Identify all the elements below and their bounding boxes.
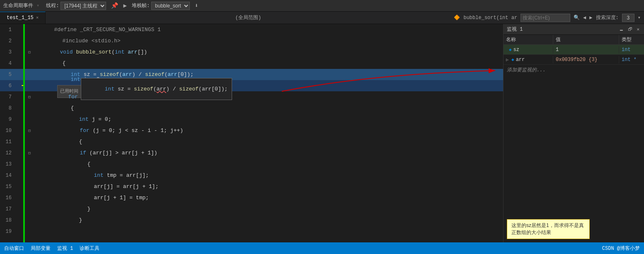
watch-icon-arr: ◆ xyxy=(511,57,514,62)
main-layout: 1 #define _CRT_SECURE_NO_WARNINGS 1 2 #i… xyxy=(0,24,644,242)
stack-item: 堆栈帧: bubble_sort xyxy=(132,2,190,10)
watch-panel: 监视 1 🗕 🗗 ✕ 名称 值 类型 ◆ sz 1 int xyxy=(503,24,644,242)
forward-icon[interactable]: ▶ xyxy=(589,15,592,21)
line-number: 14 xyxy=(0,173,17,178)
watch-val-sz: 1 xyxy=(553,46,619,54)
line-number: 3 xyxy=(0,49,17,55)
annotation-text: 这里的sz居然是1，而求得不是真正数组的大小结果 xyxy=(511,222,584,235)
thread-dropdown[interactable]: [17944] 主线程 xyxy=(61,2,106,10)
annotation-tooltip: 这里的sz居然是1，而求得不是真正数组的大小结果 xyxy=(507,219,590,239)
status-bar: 自动窗口 局部变量 监视 1 诊断工具 CSDN @博客小梦 xyxy=(0,242,644,254)
line-number: 6 xyxy=(0,83,17,89)
status-item-auto[interactable]: 自动窗口 xyxy=(4,245,24,252)
watch-row-sz[interactable]: ◆ sz 1 int xyxy=(504,45,644,55)
line-number: 7 xyxy=(0,94,17,100)
green-bar xyxy=(23,24,25,242)
line-number: 2 xyxy=(0,38,17,44)
tab-bar: test_1_15 × (全局范围) 🔶 bubble_sort(int ar … xyxy=(0,12,644,24)
watch-col-headers: 名称 值 类型 xyxy=(504,35,644,45)
status-brand: CSDN @博客小梦 xyxy=(602,245,640,252)
table-row: 19 xyxy=(0,226,503,237)
func-label: bubble_sort(int ar xyxy=(463,15,517,21)
line-number: 13 xyxy=(0,161,17,167)
back-icon[interactable]: ◀ xyxy=(583,15,586,21)
line-number: 5 xyxy=(0,72,17,78)
watch-minimize-btn[interactable]: 🗕 xyxy=(618,27,625,32)
line-number: 18 xyxy=(0,217,17,223)
depth-expand-icon[interactable]: ▾ xyxy=(638,15,641,21)
watch-cell-name-arr: ▷ ◆ arr xyxy=(504,56,553,64)
watch-type-sz: int xyxy=(619,46,644,54)
col-val-header: 值 xyxy=(553,35,619,44)
watch-title: 监视 1 xyxy=(507,26,523,33)
line-number: 11 xyxy=(0,139,17,145)
search-depth-label: 搜索深度: xyxy=(596,14,619,21)
watch-cell-name-sz: ◆ sz xyxy=(504,46,553,54)
status-item-diag[interactable]: 诊断工具 xyxy=(80,245,99,252)
stack-down-icon: ⬇ xyxy=(195,2,198,9)
table-row: 18 } xyxy=(0,215,503,226)
stack-dropdown[interactable]: bubble_sort xyxy=(151,2,190,10)
watch-table: 名称 值 类型 ◆ sz 1 int ▷ ◆ arr xyxy=(504,35,644,216)
func-icon: 🔶 xyxy=(454,15,460,21)
line-number: 9 xyxy=(0,117,17,122)
hover-tooltip: int sz = sizeof(arr) / sizeof(arr[0]); xyxy=(81,78,232,100)
line-number: 15 xyxy=(0,184,17,190)
line-number: 16 xyxy=(0,195,17,201)
search-depth-input[interactable] xyxy=(622,14,634,22)
status-item-locals[interactable]: 局部变量 xyxy=(31,245,51,252)
watch-type-arr: int * xyxy=(619,56,644,64)
col-type-header: 类型 xyxy=(619,35,644,44)
lifecycle-label: 生命周期事件 xyxy=(3,2,33,9)
expand-icon-arr[interactable]: ▷ xyxy=(506,57,508,62)
col-name-header: 名称 xyxy=(504,35,553,44)
line-number: 12 xyxy=(0,150,17,156)
watch-icon-sz: ◆ xyxy=(509,47,512,52)
thread-item: 线程: [17944] 主线程 xyxy=(46,2,106,10)
line-number: 4 xyxy=(0,61,17,66)
line-number: 8 xyxy=(0,105,17,111)
watch-name-arr: arr xyxy=(516,57,525,63)
watch-header-controls: 🗕 🗗 ✕ xyxy=(618,27,641,32)
tab-middle-scope: (全局范围) xyxy=(46,12,450,24)
pin-icon: 📌 xyxy=(111,2,118,9)
watch-maximize-btn[interactable]: 🗗 xyxy=(627,27,634,32)
line-number: 10 xyxy=(0,128,17,134)
file-tab[interactable]: test_1_15 × xyxy=(0,12,46,24)
status-right: CSDN @博客小梦 xyxy=(602,245,640,252)
line-number: 1 xyxy=(0,27,17,33)
watch-header: 监视 1 🗕 🗗 ✕ xyxy=(504,24,644,35)
line-number: 19 xyxy=(0,229,17,234)
line-number: 17 xyxy=(0,206,17,212)
file-tab-label: test_1_15 xyxy=(7,15,34,21)
tab-close-icon[interactable]: × xyxy=(36,15,39,20)
watch-add-placeholder[interactable]: 添加要监视的... xyxy=(504,65,644,75)
watch-name-sz: sz xyxy=(513,47,519,53)
step-icon: ▶ xyxy=(123,2,126,9)
lifecycle-item: 生命周期事件 ▾ xyxy=(3,2,41,9)
search-icon[interactable]: 🔍 xyxy=(574,15,580,21)
thread-label: 线程: xyxy=(46,2,59,9)
status-item-watch[interactable]: 监视 1 xyxy=(57,245,73,252)
code-area: 1 #define _CRT_SECURE_NO_WARNINGS 1 2 #i… xyxy=(0,24,503,242)
stack-label: 堆栈帧: xyxy=(132,2,150,9)
scope-label: (全局范围) xyxy=(235,14,261,21)
watch-val-arr: 0x0039fb20 {3} xyxy=(553,56,619,64)
tab-right: 🔶 bubble_sort(int ar 🔍 ◀ ▶ 搜索深度: ▾ xyxy=(450,12,644,24)
search-input[interactable] xyxy=(521,14,570,22)
watch-close-btn[interactable]: ✕ xyxy=(635,27,641,32)
watch-row-arr[interactable]: ▷ ◆ arr 0x0039fb20 {3} int * xyxy=(504,55,644,65)
top-toolbar: 生命周期事件 ▾ 线程: [17944] 主线程 📌 ▶ 堆栈帧: bubble… xyxy=(0,0,644,12)
